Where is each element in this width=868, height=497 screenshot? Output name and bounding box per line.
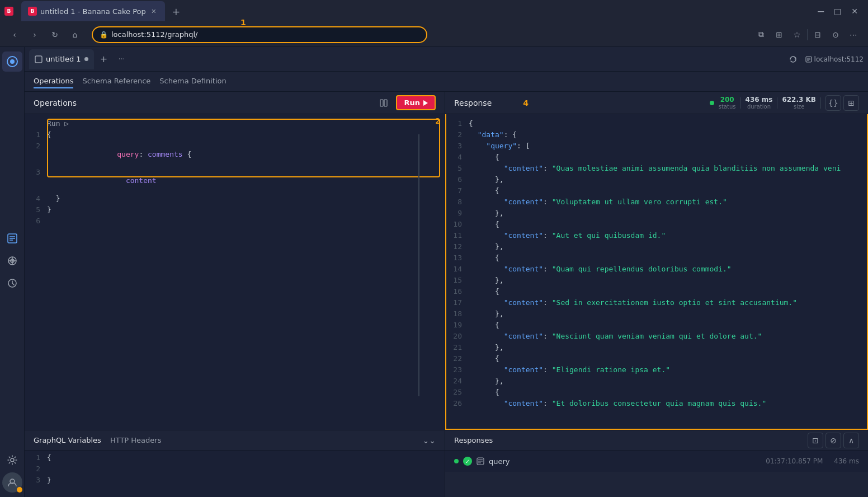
expand-response-button[interactable]: ⊡: [808, 433, 823, 448]
sidebar-icon-history[interactable]: [2, 273, 22, 293]
stat-size: 622.3 KB size: [782, 96, 816, 110]
clear-response-button[interactable]: ⊘: [825, 433, 841, 448]
json-line-19: 19 {: [446, 320, 867, 331]
response-success-icon: ✓: [463, 457, 472, 466]
json-line-20: 20 "content": "Nesciunt quam veniam veni…: [446, 331, 867, 343]
tab-schema-definition[interactable]: Schema Definition: [159, 74, 226, 88]
bookmark-button[interactable]: ☆: [789, 27, 805, 43]
refresh-button[interactable]: ↻: [47, 27, 63, 43]
view-grid-button[interactable]: ⊞: [843, 95, 859, 111]
json-line-15: 15 },: [446, 275, 867, 287]
response-item[interactable]: ✓ query 01:37:10.857 PM 436 ms: [445, 453, 868, 470]
json-line-17: 17 "content": "Sed in exercitationem ius…: [446, 298, 867, 309]
sidebar-icon-operations[interactable]: [2, 228, 22, 248]
nav-right-buttons: ⧉ ⊞ ☆ ⊟ ⊙ ⋯: [753, 27, 861, 43]
code-line-6: 6: [25, 216, 445, 227]
svg-rect-19: [384, 100, 387, 106]
operations-title: Operations: [34, 99, 77, 107]
endpoint-label: localhost:5112: [805, 55, 864, 63]
var-line-3: 3 }: [25, 475, 445, 486]
forward-button[interactable]: ›: [27, 27, 43, 43]
main-content: untitled 1 + ··· localhost:5112 Operatio…: [25, 47, 868, 497]
json-line-22: 22 {: [446, 354, 867, 365]
tab-more-button[interactable]: ···: [114, 51, 130, 67]
var-line-1: 1 {: [25, 453, 445, 464]
left-panel: Operations 3 Run: [25, 92, 445, 497]
sidebar-icon-logo[interactable]: [2, 51, 22, 72]
responses-actions: ⊡ ⊘ ∧: [808, 433, 859, 448]
run-button[interactable]: Run: [396, 95, 436, 110]
code-line-5: 5 }: [25, 205, 445, 216]
response-view-buttons: {} ⊞: [825, 95, 859, 111]
annotation-2: 2: [436, 116, 440, 125]
add-tab-button[interactable]: +: [96, 51, 112, 67]
extensions-button[interactable]: ⧉: [753, 27, 769, 43]
lock-icon: 🔒: [100, 31, 108, 39]
bottom-panel: GraphQL Variables HTTP Headers ⌄⌄ 1 { 2: [25, 430, 445, 497]
response-title: Response: [454, 99, 492, 107]
maximize-button[interactable]: □: [831, 7, 845, 16]
json-line-13: 13 {: [446, 253, 867, 264]
app-tab-untitled1[interactable]: untitled 1: [29, 49, 94, 69]
stat-status: 200 status: [719, 96, 736, 110]
right-panel: Response 4 200 status 436 ms duration: [445, 92, 868, 497]
cast-button[interactable]: ⊞: [771, 27, 787, 43]
section-tabs: Operations Schema Reference Schema Defin…: [25, 72, 868, 92]
sidebar-icon-schema[interactable]: [2, 251, 22, 271]
browser-tab[interactable]: B untitled 1 - Banana Cake Pop ✕: [21, 1, 165, 21]
code-line-1: 1 {: [25, 130, 445, 141]
variables-editor[interactable]: 1 { 2 3 }: [25, 451, 445, 497]
code-line-2: 2 query: comments {: [25, 141, 445, 167]
http-headers-tab[interactable]: HTTP Headers: [110, 436, 162, 444]
graphql-variables-tab[interactable]: GraphQL Variables: [34, 436, 101, 444]
sidebar-icons: [0, 47, 25, 497]
vertical-drag-handle[interactable]: [418, 134, 419, 396]
status-green-dot: [710, 101, 714, 105]
response-item-time: 01:37:10.857 PM: [766, 457, 823, 465]
json-line-8: 8 "content": "Voluptatem ut ullam vero c…: [446, 197, 867, 208]
responses-header: Responses ⊡ ⊘ ∧: [445, 430, 868, 451]
nav-bar: ‹ › ↻ ⌂ 🔒 localhost:5112/graphql/ 1 ⧉ ⊞ …: [0, 22, 868, 47]
json-line-11: 11 "content": "Aut et qui quibusdam id.": [446, 231, 867, 242]
bottom-panel-tabs: GraphQL Variables HTTP Headers ⌄⌄: [25, 430, 445, 451]
tab-close-button[interactable]: ✕: [149, 7, 158, 16]
code-editor[interactable]: 2 Run ▷ 1 { 2: [25, 114, 445, 430]
panel-actions: 3 Run: [376, 95, 436, 111]
endpoint-text: localhost:5112: [814, 55, 864, 63]
refresh-schema-button[interactable]: [785, 51, 801, 67]
json-line-2: 2 "data": {: [446, 130, 867, 141]
menu-button[interactable]: ⋯: [846, 27, 861, 43]
app-tab-label: untitled 1: [46, 55, 81, 63]
back-button[interactable]: ‹: [7, 27, 22, 43]
new-tab-button[interactable]: +: [168, 3, 184, 19]
json-line-24: 24 },: [446, 376, 867, 387]
json-line-9: 9 },: [446, 208, 867, 219]
notification-badge: [17, 487, 22, 493]
tab-operations[interactable]: Operations: [34, 74, 73, 88]
response-list: ✓ query 01:37:10.857 PM 436 ms: [445, 451, 868, 472]
sidebar-icon-settings[interactable]: [2, 450, 22, 470]
panel-layout-button[interactable]: [376, 95, 391, 111]
var-line-2: 2: [25, 464, 445, 475]
address-bar[interactable]: 🔒 localhost:5112/graphql/: [92, 26, 427, 43]
minimize-button[interactable]: ─: [814, 6, 827, 17]
collapse-bottom-button[interactable]: ⌄⌄: [423, 436, 436, 445]
responses-panel: Responses ⊡ ⊘ ∧ ✓ query: [445, 430, 868, 497]
sidebar-button[interactable]: ⊟: [810, 27, 825, 43]
json-line-21: 21 },: [446, 343, 867, 354]
home-button[interactable]: ⌂: [67, 27, 83, 43]
response-json[interactable]: 1 { 2 "data": { 3 "query": [: [445, 114, 868, 430]
json-line-12: 12 },: [446, 242, 867, 253]
expand-responses-button[interactable]: ∧: [843, 433, 859, 448]
url-text: localhost:5112/graphql/: [111, 30, 198, 39]
json-line-14: 14 "content": "Quam qui repellendus dolo…: [446, 264, 867, 275]
close-button[interactable]: ✕: [848, 7, 861, 16]
response-doc-icon: [477, 457, 484, 465]
tab-schema-reference[interactable]: Schema Reference: [82, 74, 150, 88]
svg-point-1: [10, 59, 15, 64]
profile-button[interactable]: ⊙: [828, 27, 843, 43]
json-line-3: 3 "query": [: [446, 141, 867, 152]
response-item-name: query: [489, 457, 510, 466]
view-json-button[interactable]: {}: [825, 95, 841, 111]
sidebar-icon-avatar[interactable]: [2, 472, 22, 493]
